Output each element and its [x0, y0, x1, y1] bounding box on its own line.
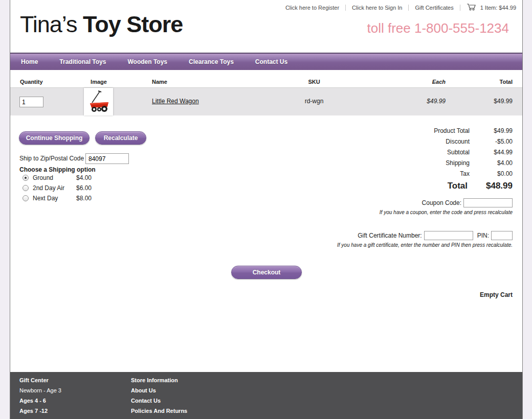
product-thumbnail[interactable] — [84, 88, 113, 115]
logo-first-word: Tina’s — [20, 11, 77, 37]
nav-item-contact-us[interactable]: Contact Us — [245, 58, 298, 65]
coupon-code-label: Coupon Code: — [422, 199, 461, 206]
shipping-option-ground[interactable]: Ground — [23, 174, 53, 181]
column-header-each: Each — [405, 79, 446, 85]
product-name-link[interactable]: Little Red Wagon — [152, 98, 199, 105]
shipping-options-title: Choose a Shipping option — [19, 166, 96, 173]
grand-total-label: Total — [406, 181, 468, 191]
gift-certificate-section: Gift Certificate Number: PIN: — [358, 231, 513, 240]
total-value: $49.99 — [481, 127, 513, 134]
footer-link-about-us[interactable]: About Us — [131, 387, 187, 393]
continue-shopping-button[interactable]: Continue Shopping — [19, 131, 90, 145]
pin-label: PIN: — [477, 232, 489, 239]
total-label: Discount — [408, 138, 470, 145]
shipping-price-2nd-day-air: $6.00 — [76, 184, 92, 192]
page-container: Click here to Register Click here to Sig… — [10, 0, 523, 419]
zip-code-label: Ship to Zip/Postal Code — [19, 155, 84, 162]
footer-link-newborn-age-3[interactable]: Newborn - Age 3 — [19, 387, 61, 393]
footer-link-policies-and-returns[interactable]: Policies And Returns — [131, 408, 187, 414]
radio-2nd-day-air[interactable] — [23, 185, 29, 191]
empty-cart-link[interactable]: Empty Cart — [480, 291, 513, 298]
column-header-total: Total — [472, 79, 513, 85]
cart-table-header: Quantity Image Name SKU Each Total — [10, 77, 522, 88]
cart-summary-text: 1 Item: $44.99 — [480, 5, 516, 11]
total-row-grand-total: Total $48.99 — [390, 181, 513, 191]
total-value: -$5.00 — [481, 138, 513, 145]
footer-column-store-information: Store Information About Us Contact Us Po… — [131, 377, 187, 418]
quantity-input[interactable] — [19, 97, 43, 107]
footer-link-ages-4-6[interactable]: Ages 4 - 6 — [19, 398, 61, 404]
footer-heading: Store Information — [131, 377, 187, 383]
total-value: $44.99 — [481, 149, 513, 156]
nav-item-wooden-toys[interactable]: Wooden Toys — [117, 58, 178, 65]
footer: Gift Center Newborn - Age 3 Ages 4 - 6 A… — [10, 372, 522, 419]
nav-item-home[interactable]: Home — [10, 58, 49, 65]
total-label: Product Total — [408, 127, 470, 134]
column-header-image: Image — [81, 79, 117, 85]
shopping-cart-icon — [467, 3, 476, 12]
shipping-option-label: Next Day — [33, 195, 58, 202]
recalculate-button[interactable]: Recalculate — [95, 131, 146, 145]
store-logo[interactable]: Tina’s Toy Store — [20, 11, 183, 38]
total-row-shipping: Shipping $4.00 — [390, 159, 513, 167]
coupon-code-input[interactable] — [463, 198, 513, 207]
radio-ground[interactable] — [23, 175, 29, 181]
footer-link-ages-7-12[interactable]: Ages 7 -12 — [19, 408, 61, 414]
coupon-note: If you have a coupon, enter the code and… — [380, 210, 513, 215]
checkout-button[interactable]: Checkout — [231, 266, 302, 279]
product-sku: rd-wgn — [289, 98, 340, 105]
shipping-option-2nd-day-air[interactable]: 2nd Day Air — [23, 184, 64, 192]
cart-item-row: Little Red Wagon rd-wgn $49.99 $49.99 — [10, 88, 522, 115]
total-label: Tax — [408, 170, 470, 177]
column-header-sku: SKU — [289, 79, 340, 85]
footer-heading: Gift Center — [19, 377, 61, 383]
total-value: $0.00 — [481, 170, 513, 177]
shipping-price-ground: $4.00 — [76, 174, 92, 181]
total-value: $4.00 — [481, 159, 513, 167]
gift-certificate-note: If you have a gift certificate, enter th… — [337, 242, 513, 248]
total-row-subtotal: Subtotal $44.99 — [390, 149, 513, 156]
gift-certificates-link[interactable]: Gift Certificates — [409, 5, 459, 11]
main-nav: Home Traditional Toys Wooden Toys Cleara… — [10, 53, 522, 70]
product-total-price: $49.99 — [472, 98, 513, 105]
red-wagon-image — [86, 89, 112, 114]
column-header-quantity: Quantity — [20, 79, 43, 85]
total-row-product-total: Product Total $49.99 — [390, 127, 513, 134]
product-each-price: $49.99 — [405, 98, 446, 105]
shipping-option-label: Ground — [33, 174, 53, 181]
column-header-name: Name — [152, 79, 167, 85]
sign-in-link[interactable]: Click here to Sign In — [346, 5, 408, 11]
total-row-discount: Discount -$5.00 — [390, 138, 513, 145]
grand-total-value: $48.99 — [477, 181, 513, 191]
footer-link-contact-us[interactable]: Contact Us — [131, 398, 187, 404]
coupon-section: Coupon Code: — [422, 198, 513, 207]
cart-summary-link[interactable]: 1 Item: $44.99 — [460, 3, 516, 12]
shipping-option-next-day[interactable]: Next Day — [23, 195, 58, 202]
toll-free-number: toll free 1-800-555-1234 — [367, 20, 509, 36]
register-link[interactable]: Click here to Register — [279, 5, 345, 11]
total-label: Subtotal — [408, 149, 470, 156]
nav-item-clearance-toys[interactable]: Clearance Toys — [178, 58, 245, 65]
radio-next-day[interactable] — [23, 195, 29, 201]
zip-code-input[interactable] — [85, 153, 129, 164]
shipping-price-next-day: $8.00 — [76, 195, 92, 202]
gift-certificate-number-label: Gift Certificate Number: — [358, 232, 422, 239]
gift-certificate-number-input[interactable] — [424, 231, 473, 240]
order-totals: Product Total $49.99 Discount -$5.00 Sub… — [390, 127, 513, 195]
total-label: Shipping — [408, 159, 470, 167]
shipping-option-label: 2nd Day Air — [33, 184, 64, 192]
pin-input[interactable] — [491, 231, 513, 240]
nav-item-traditional-toys[interactable]: Traditional Toys — [49, 58, 117, 65]
logo-second-word: Toy Store — [77, 11, 183, 37]
footer-column-gift-center: Gift Center Newborn - Age 3 Ages 4 - 6 A… — [19, 377, 61, 418]
utility-bar: Click here to Register Click here to Sig… — [279, 3, 516, 12]
total-row-tax: Tax $0.00 — [390, 170, 513, 177]
